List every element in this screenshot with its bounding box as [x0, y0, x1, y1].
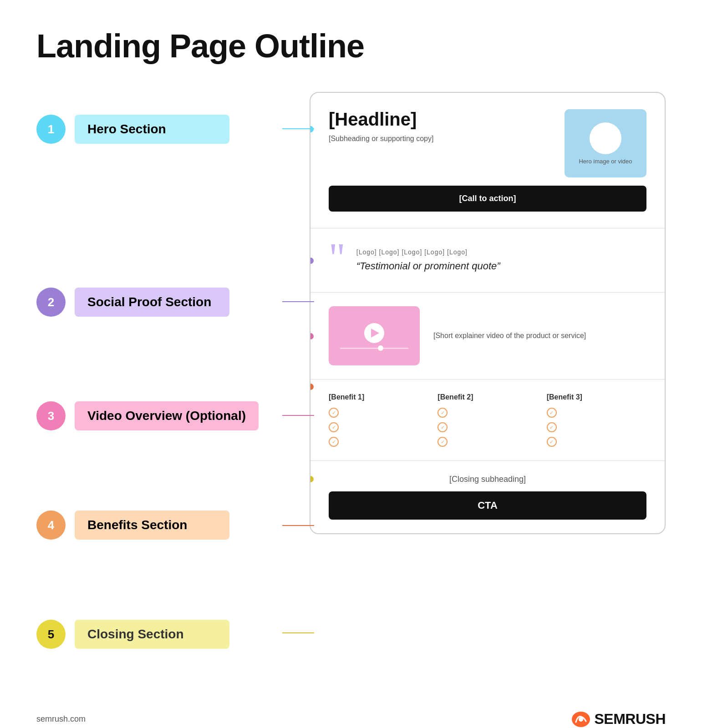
- hero-image-box: Hero image or video: [565, 109, 646, 177]
- badge-number-5: 5: [48, 627, 54, 642]
- check-circle-icon: ✓: [329, 408, 339, 418]
- semrush-brand-name: SEMRUSH: [594, 711, 666, 728]
- label-closing: Closing Section: [75, 620, 229, 649]
- mockup-container: [Headline] [Subheading or supporting cop…: [310, 92, 666, 534]
- mockup-social: " [Logo] [Logo] [Logo] [Logo] [Logo] “Te…: [310, 228, 665, 293]
- mockup-video: [Short explainer video of the product or…: [310, 293, 665, 379]
- label-social: Social Proof Section: [75, 288, 229, 317]
- check-circle-icon: ✓: [547, 422, 557, 432]
- line-video: [282, 415, 314, 416]
- section-item-benefits: 4 Benefits Section: [36, 511, 229, 540]
- label-video: Video Overview (Optional): [75, 401, 259, 430]
- video-thumbnail: [329, 306, 420, 365]
- badge-number-3: 3: [48, 409, 54, 423]
- mockup-benefits: [Benefit 1] ✓ ✓: [310, 379, 665, 461]
- hero-cta-button[interactable]: [Call to action]: [329, 186, 646, 212]
- video-progress-dot: [378, 345, 383, 351]
- semrush-icon: [571, 711, 590, 728]
- hero-image-label: Hero image or video: [579, 158, 632, 165]
- label-hero: Hero Section: [75, 115, 229, 144]
- testimonial-text: “Testimonial or prominent quote”: [356, 260, 500, 272]
- section-item-closing: 5 Closing Section: [36, 620, 229, 649]
- benefit-check-3-3: ✓: [547, 437, 646, 447]
- benefit-title-1: [Benefit 1]: [329, 393, 428, 401]
- left-column: 1 Hero Section 2 Social Proof Section 3 …: [36, 92, 291, 683]
- benefit-check-1-2: ✓: [329, 422, 428, 432]
- check-circle-icon: ✓: [329, 437, 339, 447]
- benefit-check-3-2: ✓: [547, 422, 646, 432]
- line-benefits: [282, 525, 314, 526]
- badge-number-4: 4: [48, 518, 54, 532]
- badge-video: 3: [36, 401, 66, 430]
- benefit-check-2-3: ✓: [437, 437, 537, 447]
- badge-hero: 1: [36, 115, 66, 144]
- benefit-check-2-2: ✓: [437, 422, 537, 432]
- badge-closing: 5: [36, 620, 66, 649]
- checkmark-icon: ✓: [549, 425, 554, 430]
- benefit-col-3: [Benefit 3] ✓ ✓: [547, 393, 646, 447]
- checkmark-icon: ✓: [441, 425, 445, 430]
- svg-point-1: [579, 717, 583, 722]
- play-button[interactable]: [364, 323, 384, 343]
- social-proof-content: [Logo] [Logo] [Logo] [Logo] [Logo] “Test…: [356, 248, 500, 272]
- play-triangle-icon: [371, 329, 379, 338]
- content-area: 1 Hero Section 2 Social Proof Section 3 …: [36, 92, 666, 683]
- page-title: Landing Page Outline: [36, 27, 666, 65]
- mockup-benefits-wrapper: [Benefit 1] ✓ ✓: [310, 379, 665, 461]
- checkmark-icon: ✓: [549, 439, 554, 445]
- footer: semrush.com SEMRUSH: [36, 711, 666, 728]
- check-circle-icon: ✓: [437, 408, 448, 418]
- benefit-col-2: [Benefit 2] ✓ ✓: [437, 393, 537, 447]
- mockup-hero: [Headline] [Subheading or supporting cop…: [310, 93, 665, 228]
- mockup-hero-wrapper: [Headline] [Subheading or supporting cop…: [310, 93, 665, 228]
- footer-url: semrush.com: [36, 714, 86, 724]
- closing-cta-button[interactable]: CTA: [329, 491, 646, 520]
- mockup-social-wrapper: " [Logo] [Logo] [Logo] [Logo] [Logo] “Te…: [310, 228, 665, 293]
- checkmark-icon: ✓: [332, 410, 336, 416]
- badge-benefits: 4: [36, 511, 66, 540]
- hero-top: [Headline] [Subheading or supporting cop…: [329, 109, 646, 177]
- video-description: [Short explainer video of the product or…: [433, 330, 586, 342]
- quote-mark-icon: ": [329, 238, 346, 278]
- mockup-closing-wrapper: [Closing subheading] CTA: [310, 461, 665, 533]
- hero-text-group: [Headline] [Subheading or supporting cop…: [329, 109, 433, 144]
- checkmark-icon: ✓: [332, 439, 336, 445]
- line-hero: [282, 128, 314, 129]
- checkmark-icon: ✓: [549, 410, 554, 416]
- benefit-check-1-3: ✓: [329, 437, 428, 447]
- benefit-title-3: [Benefit 3]: [547, 393, 646, 401]
- line-social: [282, 301, 314, 302]
- video-progress-track: [340, 348, 408, 349]
- logos-row: [Logo] [Logo] [Logo] [Logo] [Logo]: [356, 248, 500, 256]
- check-circle-icon: ✓: [547, 408, 557, 418]
- check-circle-icon: ✓: [547, 437, 557, 447]
- checkmark-icon: ✓: [441, 439, 445, 445]
- hero-image-circle: [590, 122, 621, 154]
- closing-subheading: [Closing subheading]: [329, 475, 646, 484]
- video-progress-bar-container: [340, 348, 408, 349]
- right-column: [Headline] [Subheading or supporting cop…: [310, 92, 666, 683]
- check-circle-icon: ✓: [437, 422, 448, 432]
- benefit-check-1-1: ✓: [329, 408, 428, 418]
- label-benefits: Benefits Section: [75, 511, 229, 540]
- checkmark-icon: ✓: [332, 425, 336, 430]
- section-item-video: 3 Video Overview (Optional): [36, 401, 259, 430]
- hero-subheading: [Subheading or supporting copy]: [329, 133, 433, 144]
- check-circle-icon: ✓: [329, 422, 339, 432]
- benefits-grid: [Benefit 1] ✓ ✓: [329, 393, 646, 447]
- checkmark-icon: ✓: [441, 410, 445, 416]
- badge-social: 2: [36, 288, 66, 317]
- hero-headline: [Headline]: [329, 109, 433, 130]
- benefit-check-3-1: ✓: [547, 408, 646, 418]
- check-circle-icon: ✓: [437, 437, 448, 447]
- mockup-closing: [Closing subheading] CTA: [310, 461, 665, 533]
- line-closing: [282, 632, 314, 633]
- benefit-col-1: [Benefit 1] ✓ ✓: [329, 393, 428, 447]
- mockup-video-wrapper: [Short explainer video of the product or…: [310, 293, 665, 379]
- badge-number-2: 2: [48, 295, 54, 309]
- section-item-hero: 1 Hero Section: [36, 115, 229, 144]
- badge-number-1: 1: [48, 122, 54, 136]
- semrush-logo: SEMRUSH: [571, 711, 666, 728]
- benefit-title-2: [Benefit 2]: [437, 393, 537, 401]
- benefit-check-2-1: ✓: [437, 408, 537, 418]
